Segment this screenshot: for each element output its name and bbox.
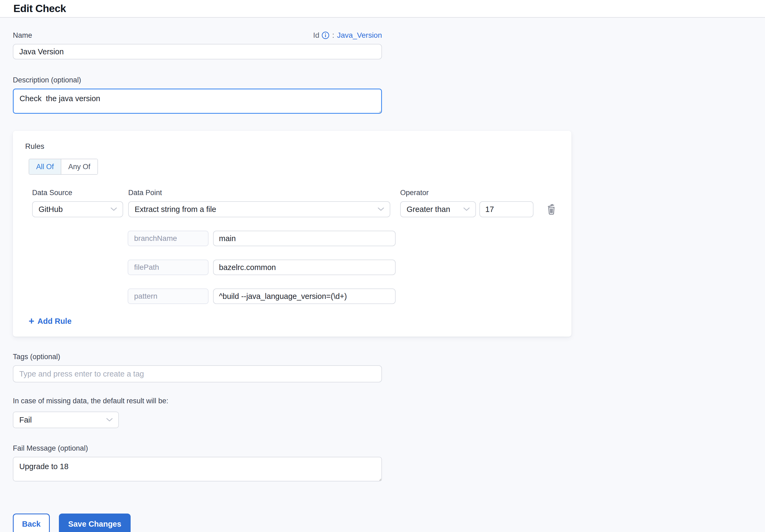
info-icon[interactable]: [322, 31, 330, 39]
operator-select[interactable]: Greater than: [400, 201, 476, 217]
missing-data-select[interactable]: Fail: [13, 412, 119, 428]
id-value-link[interactable]: Java_Version: [337, 31, 382, 40]
missing-data-label: In case of missing data, the default res…: [13, 397, 765, 405]
data-point-select[interactable]: Extract string from a file: [128, 201, 390, 217]
form-actions: Back Save Changes: [13, 514, 765, 532]
chevron-down-icon: [106, 418, 113, 422]
name-label: Name: [13, 31, 32, 40]
column-label-operator: Operator: [400, 189, 476, 197]
id-separator: :: [332, 31, 334, 40]
operator-value-input[interactable]: [479, 201, 533, 217]
check-id-group: Id : Java_Version: [313, 31, 382, 40]
param-row-pattern: pattern: [128, 288, 559, 304]
name-input[interactable]: [13, 44, 382, 59]
param-row-branchname: branchName: [128, 231, 559, 246]
param-value-input[interactable]: [213, 231, 395, 246]
data-source-select[interactable]: GitHub: [32, 201, 123, 217]
add-rule-button[interactable]: + Add Rule: [29, 316, 71, 326]
fail-message-label: Fail Message (optional): [13, 444, 765, 452]
chevron-down-icon: [463, 207, 470, 212]
name-id-row: Name Id : Java_Version: [13, 31, 382, 40]
column-label-data-source: Data Source: [32, 189, 128, 197]
param-key-box: branchName: [128, 231, 209, 246]
page-title: Edit Check: [13, 3, 66, 14]
save-changes-button[interactable]: Save Changes: [59, 514, 131, 532]
rule-column-labels: Data Source Data Point Operator: [32, 189, 559, 197]
description-textarea[interactable]: Check the java version: [13, 89, 382, 114]
chevron-down-icon: [110, 207, 117, 212]
back-button[interactable]: Back: [13, 514, 50, 532]
toggle-any-of[interactable]: Any Of: [61, 159, 97, 174]
param-key-box: filePath: [128, 260, 209, 275]
param-value-input[interactable]: [213, 260, 395, 275]
data-source-value: GitHub: [39, 205, 63, 214]
param-value-input[interactable]: [213, 288, 395, 304]
add-rule-label: Add Rule: [37, 317, 71, 326]
plus-icon: +: [29, 316, 34, 326]
description-label: Description (optional): [13, 76, 765, 84]
edit-check-form: Name Id : Java_Version Description (opti…: [0, 31, 765, 532]
page-header: Edit Check: [0, 0, 765, 18]
tags-input[interactable]: [13, 365, 382, 382]
operator-value: Greater than: [406, 205, 450, 214]
chevron-down-icon: [378, 207, 384, 212]
rules-card: Rules All Of Any Of Data Source Data Poi…: [13, 131, 571, 337]
id-label: Id: [313, 31, 319, 40]
param-key-box: pattern: [128, 288, 209, 304]
fail-message-textarea[interactable]: Upgrade to 18: [13, 457, 382, 481]
data-point-value: Extract string from a file: [135, 205, 216, 214]
rules-label: Rules: [25, 142, 559, 151]
rule-row: GitHub Extract string from a file Greate…: [32, 201, 559, 217]
delete-rule-button[interactable]: [545, 203, 557, 216]
trash-icon: [546, 204, 556, 215]
rules-match-toggle: All Of Any Of: [29, 159, 98, 175]
toggle-all-of[interactable]: All Of: [29, 159, 61, 174]
missing-data-value: Fail: [19, 416, 32, 424]
param-row-filepath: filePath: [128, 260, 559, 275]
column-label-data-point: Data Point: [128, 189, 400, 197]
tags-label: Tags (optional): [13, 353, 765, 361]
